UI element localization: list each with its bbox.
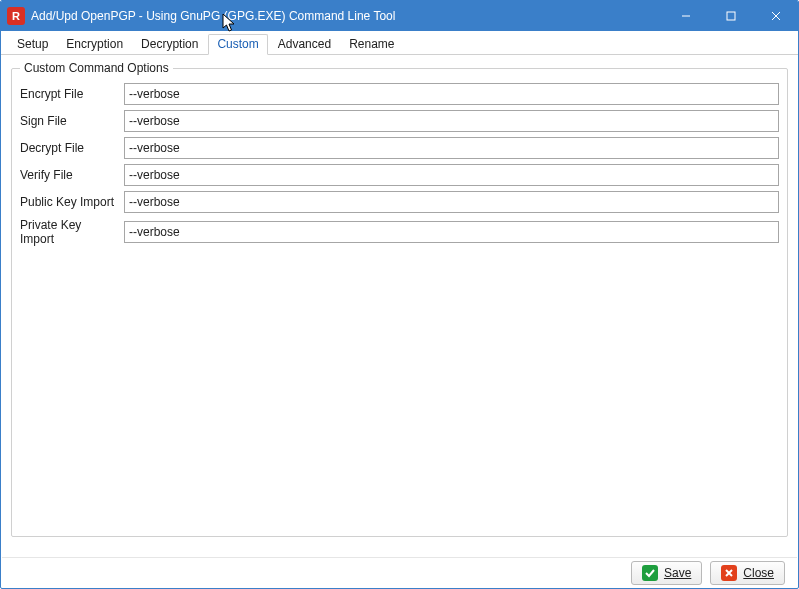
row-private-key-import: Private Key Import bbox=[20, 218, 779, 246]
label-sign-file: Sign File bbox=[20, 114, 124, 128]
maximize-button[interactable] bbox=[708, 1, 753, 31]
dialog-footer: Save Close bbox=[2, 557, 797, 587]
label-public-key-import: Public Key Import bbox=[20, 195, 124, 209]
svg-rect-1 bbox=[727, 12, 735, 20]
custom-command-options-group: Custom Command Options Encrypt File Sign… bbox=[11, 61, 788, 537]
group-legend: Custom Command Options bbox=[20, 61, 173, 75]
tab-strip: Setup Encryption Decryption Custom Advan… bbox=[1, 31, 798, 55]
label-verify-file: Verify File bbox=[20, 168, 124, 182]
tab-rename[interactable]: Rename bbox=[341, 35, 402, 54]
app-icon: R bbox=[7, 7, 25, 25]
row-verify-file: Verify File bbox=[20, 164, 779, 186]
check-icon bbox=[642, 565, 658, 581]
save-button-label: Save bbox=[664, 566, 691, 580]
window-controls bbox=[663, 1, 798, 31]
tab-panel-custom: Custom Command Options Encrypt File Sign… bbox=[1, 55, 798, 547]
tab-encryption[interactable]: Encryption bbox=[58, 35, 131, 54]
input-verify-file[interactable] bbox=[124, 164, 779, 186]
input-sign-file[interactable] bbox=[124, 110, 779, 132]
label-decrypt-file: Decrypt File bbox=[20, 141, 124, 155]
row-sign-file: Sign File bbox=[20, 110, 779, 132]
titlebar: R Add/Upd OpenPGP - Using GnuPG (GPG.EXE… bbox=[1, 1, 798, 31]
label-encrypt-file: Encrypt File bbox=[20, 87, 124, 101]
input-private-key-import[interactable] bbox=[124, 221, 779, 243]
close-button[interactable]: Close bbox=[710, 561, 785, 585]
row-encrypt-file: Encrypt File bbox=[20, 83, 779, 105]
tab-advanced[interactable]: Advanced bbox=[270, 35, 339, 54]
row-decrypt-file: Decrypt File bbox=[20, 137, 779, 159]
window-title: Add/Upd OpenPGP - Using GnuPG (GPG.EXE) … bbox=[31, 9, 663, 23]
close-button-label: Close bbox=[743, 566, 774, 580]
input-encrypt-file[interactable] bbox=[124, 83, 779, 105]
input-public-key-import[interactable] bbox=[124, 191, 779, 213]
input-decrypt-file[interactable] bbox=[124, 137, 779, 159]
label-private-key-import: Private Key Import bbox=[20, 218, 124, 246]
tab-decryption[interactable]: Decryption bbox=[133, 35, 206, 54]
minimize-button[interactable] bbox=[663, 1, 708, 31]
save-button[interactable]: Save bbox=[631, 561, 702, 585]
close-window-button[interactable] bbox=[753, 1, 798, 31]
tab-custom[interactable]: Custom bbox=[208, 34, 267, 55]
tab-setup[interactable]: Setup bbox=[9, 35, 56, 54]
row-public-key-import: Public Key Import bbox=[20, 191, 779, 213]
x-icon bbox=[721, 565, 737, 581]
